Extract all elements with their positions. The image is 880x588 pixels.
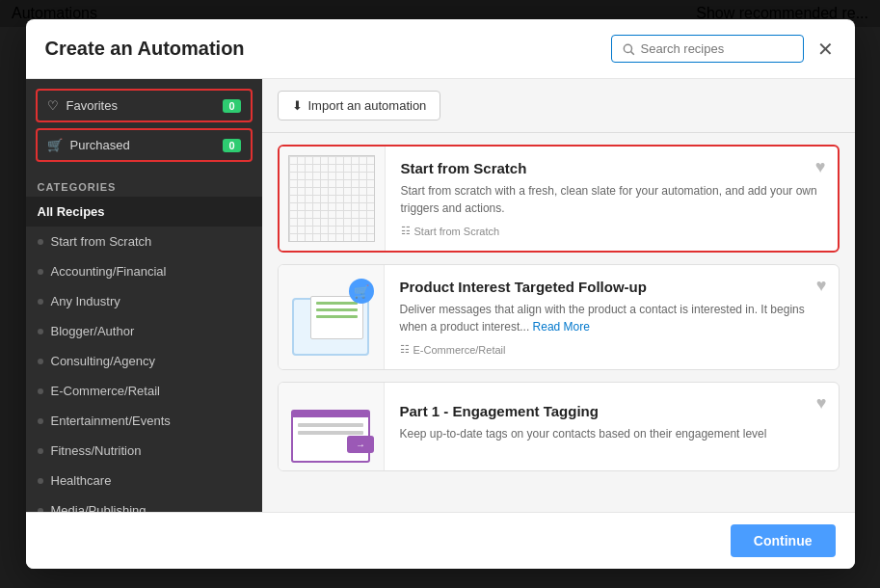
sidebar-item-any-industry[interactable]: Any Industry <box>26 286 262 316</box>
envelope-bg <box>292 298 369 356</box>
recipe-card-scratch[interactable]: Start from Scratch Start from scratch wi… <box>278 145 840 253</box>
read-more-link[interactable]: Read More <box>533 320 590 334</box>
dot-icon <box>38 239 43 245</box>
recipe-tag: ☷ E-Commerce/Retail <box>400 343 823 356</box>
sidebar-item-entertainment[interactable]: Entertainment/Events <box>26 406 262 436</box>
modal-header: Create an Automation ✕ <box>26 19 855 79</box>
sidebar-item-ecommerce[interactable]: E-Commerce/Retail <box>26 376 262 406</box>
modal-title: Create an Automation <box>45 38 245 60</box>
main-content: ⬇ Import an automation Start from Scratc… <box>262 79 855 512</box>
modal-body: ♡ Favorites 0 🛒 Purchased 0 CATEGORIES <box>26 79 855 512</box>
categories-heading: CATEGORIES <box>26 172 262 197</box>
sidebar-item-label: Fitness/Nutrition <box>51 443 142 458</box>
recipe-thumbnail-scratch <box>280 147 386 251</box>
modal-overlay: Create an Automation ✕ ♡ <box>0 0 880 588</box>
dot-icon <box>38 418 43 424</box>
svg-line-1 <box>630 51 633 54</box>
sidebar-item-label: Consulting/Agency <box>51 354 155 368</box>
recipe-info-product: Product Interest Targeted Follow-up Deli… <box>385 265 839 369</box>
sidebar-item-label: Media/Publishing <box>51 503 147 512</box>
recipe-thumbnail-email: 🛒 <box>279 265 385 369</box>
continue-button[interactable]: Continue <box>731 524 836 557</box>
heart-icon: ♡ <box>47 98 59 113</box>
sidebar-item-blogger[interactable]: Blogger/Author <box>26 316 262 346</box>
modal: Create an Automation ✕ ♡ <box>26 19 855 569</box>
sidebar-item-consulting[interactable]: Consulting/Agency <box>26 346 262 376</box>
recipe-title: Product Interest Targeted Follow-up <box>400 279 823 295</box>
main-toolbar: ⬇ Import an automation <box>262 79 855 133</box>
recipe-title: Start from Scratch <box>401 160 822 176</box>
sidebar-item-label: Start from Scratch <box>51 234 152 249</box>
dot-icon <box>38 478 43 484</box>
dot-icon <box>38 329 43 334</box>
recipe-info-engagement: Part 1 - Engagement Tagging Keep up-to-d… <box>385 383 839 470</box>
dot-icon <box>38 269 43 275</box>
sidebar-item-label: Any Industry <box>51 294 120 308</box>
dot-icon <box>38 299 43 305</box>
sidebar-item-fitness[interactable]: Fitness/Nutrition <box>26 436 262 466</box>
dot-icon <box>38 359 43 364</box>
favorites-label: Favorites <box>67 98 118 113</box>
recipe-desc: Keep up-to-date tags on your contacts ba… <box>400 425 823 442</box>
recipes-list: Start from Scratch Start from scratch wi… <box>262 133 855 512</box>
sidebar-item-all-recipes[interactable]: All Recipes <box>26 197 262 227</box>
sidebar-top: ♡ Favorites 0 🛒 Purchased 0 <box>26 79 262 172</box>
engage-arrow: → <box>347 436 374 453</box>
recipe-info-scratch: Start from Scratch Start from scratch wi… <box>386 147 838 251</box>
sidebar-nav: All Recipes Start from Scratch Accountin… <box>26 197 262 512</box>
search-input[interactable] <box>641 41 793 56</box>
sidebar-favorites[interactable]: ♡ Favorites 0 <box>36 89 253 122</box>
favorite-button-scratch[interactable]: ♥ <box>815 158 826 175</box>
cart-icon: 🛒 <box>47 138 63 152</box>
tag-icon: ☷ <box>400 343 410 356</box>
sidebar-item-label: E-Commerce/Retail <box>51 384 160 398</box>
sidebar-item-label: All Recipes <box>38 204 105 219</box>
import-label: Import an automation <box>308 98 427 113</box>
grid-thumbnail <box>288 155 375 242</box>
recipe-thumbnail-engage: → <box>279 383 385 470</box>
search-box <box>611 35 804 63</box>
svg-point-0 <box>624 44 631 52</box>
close-button[interactable]: ✕ <box>815 38 836 61</box>
sidebar-item-label: Entertainment/Events <box>51 414 171 428</box>
recipe-desc: Deliver messages that align with the pro… <box>400 301 823 335</box>
cart-badge: 🛒 <box>349 279 374 304</box>
recipe-card-engagement[interactable]: → Part 1 - Engagement Tagging Keep up-to… <box>278 382 840 471</box>
tag-icon: ☷ <box>401 225 411 237</box>
purchased-label: Purchased <box>70 138 130 152</box>
favorite-button-product[interactable]: ♥ <box>816 277 827 294</box>
sidebar-item-media[interactable]: Media/Publishing <box>26 495 262 512</box>
dot-icon <box>38 448 43 454</box>
sidebar-item-scratch[interactable]: Start from Scratch <box>26 227 262 256</box>
favorites-badge: 0 <box>223 99 240 113</box>
import-button[interactable]: ⬇ Import an automation <box>278 91 441 120</box>
sidebar-purchased[interactable]: 🛒 Purchased 0 <box>36 128 253 162</box>
sidebar-item-accounting[interactable]: Accounting/Financial <box>26 256 262 286</box>
sidebar: ♡ Favorites 0 🛒 Purchased 0 CATEGORIES <box>26 79 262 512</box>
recipe-tag: ☷ Start from Scratch <box>401 225 822 237</box>
engage-thumbnail: → <box>287 390 374 463</box>
purchased-badge: 0 <box>223 139 240 152</box>
email-thumbnail: 🛒 <box>287 279 374 356</box>
modal-header-right: ✕ <box>611 35 836 63</box>
modal-footer: Continue <box>26 512 855 569</box>
recipe-title: Part 1 - Engagement Tagging <box>400 403 823 419</box>
sidebar-item-healthcare[interactable]: Healthcare <box>26 466 262 495</box>
sidebar-item-label: Accounting/Financial <box>51 264 167 279</box>
recipe-desc: Start from scratch with a fresh, clean s… <box>401 182 822 217</box>
dot-icon <box>38 388 43 394</box>
search-icon <box>622 42 635 56</box>
download-icon: ⬇ <box>292 98 303 113</box>
sidebar-item-label: Blogger/Author <box>51 324 135 338</box>
tag-label: E-Commerce/Retail <box>413 344 506 356</box>
favorite-button-engagement[interactable]: ♥ <box>816 394 827 412</box>
recipe-card-product-interest[interactable]: 🛒 Product Interest Targeted Follow-up De… <box>278 264 840 370</box>
tag-label: Start from Scratch <box>414 226 500 237</box>
sidebar-item-label: Healthcare <box>51 473 112 488</box>
